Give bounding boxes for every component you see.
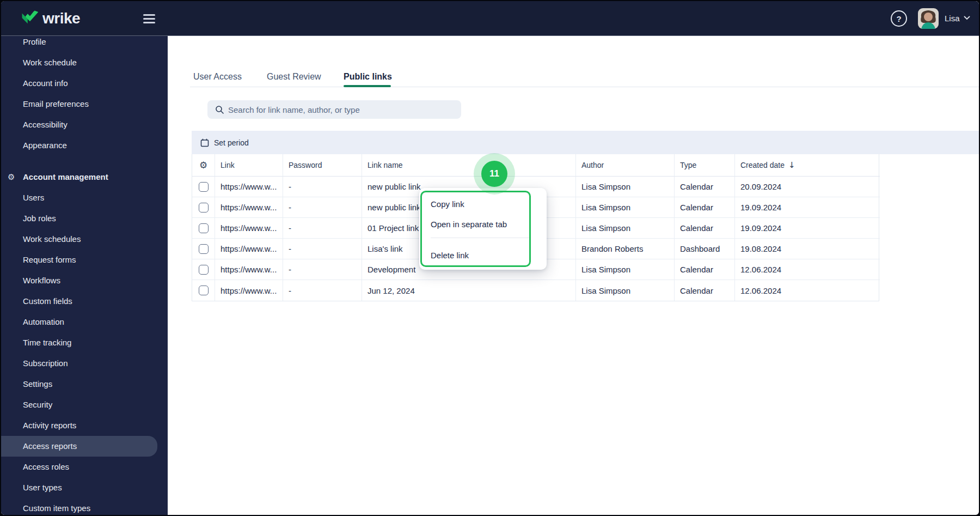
cell-author: Brandon Roberts <box>576 239 675 259</box>
menu-item-delete-link[interactable]: Delete link <box>431 248 469 263</box>
table-row: https://www.w... - Jun 12, 2024 Lisa Sim… <box>192 280 879 301</box>
cell-created-date: 19.09.2024 <box>735 197 880 218</box>
cell-password: - <box>283 259 362 280</box>
set-period-button[interactable]: Set period <box>200 131 249 154</box>
context-menu: Copy link Open in separate tab Delete li… <box>419 188 547 270</box>
tabs-divider <box>190 87 979 87</box>
sidebar-item-request-forms[interactable]: Request forms <box>1 250 168 270</box>
cell-password: - <box>283 239 362 259</box>
step-badge-halo: 11 <box>474 153 515 195</box>
wrike-logo-icon <box>21 10 39 26</box>
sidebar-item-access-reports[interactable]: Access reports <box>1 436 157 457</box>
cell-link[interactable]: https://www.w... <box>215 197 283 218</box>
search-input[interactable] <box>227 100 456 119</box>
cell-password: - <box>283 197 362 218</box>
cell-type: Calendar <box>675 280 735 301</box>
sidebar-item-label: Account management <box>23 172 108 181</box>
cell-link[interactable]: https://www.w... <box>215 259 283 280</box>
column-header-password[interactable]: Password <box>283 154 362 177</box>
sidebar-item-account-info[interactable]: Account info <box>1 73 168 94</box>
column-header-type[interactable]: Type <box>675 154 735 177</box>
menu-item-open-in-separate-tab[interactable]: Open in separate tab <box>431 217 507 232</box>
sidebar-item-security[interactable]: Security <box>1 394 168 415</box>
user-name[interactable]: Lisa <box>945 13 960 24</box>
sidebar-item-users[interactable]: Users <box>1 187 168 208</box>
sidebar-menu: Profile Work schedule Account info Email… <box>1 32 168 516</box>
avatar-image <box>918 8 939 29</box>
cell-created-date: 20.09.2024 <box>735 177 880 197</box>
cell-type: Dashboard <box>675 239 735 259</box>
active-tab-underline <box>344 85 391 87</box>
column-settings[interactable]: ⚙ <box>192 154 215 177</box>
menu-item-copy-link[interactable]: Copy link <box>431 197 464 211</box>
sort-descending-icon[interactable]: ↓ <box>788 160 795 170</box>
cell-link[interactable]: https://www.w... <box>215 280 283 301</box>
cell-link[interactable]: https://www.w... <box>215 177 283 197</box>
cell-author: Lisa Simpson <box>576 218 675 239</box>
cell-author: Lisa Simpson <box>576 177 675 197</box>
sidebar-item-automation[interactable]: Automation <box>1 312 168 332</box>
column-header-created-label: Created date <box>740 161 785 169</box>
chevron-down-icon[interactable] <box>964 16 970 20</box>
sidebar-item-access-roles[interactable]: Access roles <box>1 457 168 477</box>
cell-link-name[interactable]: Jun 12, 2024 <box>362 280 576 301</box>
cell-author: Lisa Simpson <box>576 259 675 280</box>
sidebar-item-user-types[interactable]: User types <box>1 477 168 498</box>
cell-type: Calendar <box>675 218 735 239</box>
sidebar-item-activity-reports[interactable]: Activity reports <box>1 415 168 436</box>
sidebar-item-settings[interactable]: Settings <box>1 374 168 394</box>
sidebar-item-subscription[interactable]: Subscription <box>1 353 168 374</box>
sidebar-item-email-preferences[interactable]: Email preferences <box>1 94 168 114</box>
cell-created-date: 12.06.2024 <box>735 280 880 301</box>
help-icon[interactable]: ? <box>891 10 907 27</box>
tab-user-access[interactable]: User Access <box>193 66 242 87</box>
cell-type: Calendar <box>675 177 735 197</box>
sidebar-item-work-schedules[interactable]: Work schedules <box>1 229 168 250</box>
app-window: Profile Work schedule Account info Email… <box>0 0 980 516</box>
sidebar-item-workflows[interactable]: Workflows <box>1 270 168 291</box>
row-checkbox[interactable] <box>199 203 209 213</box>
tab-public-links[interactable]: Public links <box>344 66 392 87</box>
set-period-label: Set period <box>214 138 249 147</box>
tab-guest-review[interactable]: Guest Review <box>267 66 321 87</box>
sidebar-item-appearance[interactable]: Appearance <box>1 135 168 156</box>
sidebar-item-custom-fields[interactable]: Custom fields <box>1 291 168 312</box>
cell-author: Lisa Simpson <box>576 280 675 301</box>
avatar[interactable] <box>918 8 939 29</box>
cell-password: - <box>283 280 362 301</box>
sidebar-item-custom-item-types[interactable]: Custom item types <box>1 498 168 516</box>
hamburger-menu-icon[interactable] <box>143 13 155 24</box>
table-header-row: ⚙ Link Password Link name Author Type Cr… <box>192 154 879 177</box>
sidebar-item-account-management[interactable]: ⚙Account management <box>1 167 168 187</box>
menu-separator <box>431 238 530 238</box>
calendar-icon <box>200 138 209 147</box>
sidebar: Profile Work schedule Account info Email… <box>1 1 168 516</box>
row-checkbox[interactable] <box>199 182 209 192</box>
wrike-logo-text[interactable]: wrike <box>42 9 80 28</box>
column-header-author[interactable]: Author <box>576 154 675 177</box>
row-checkbox[interactable] <box>199 223 209 233</box>
sidebar-item-accessibility[interactable]: Accessibility <box>1 114 168 135</box>
cell-created-date: 19.08.2024 <box>735 239 880 259</box>
cell-type: Calendar <box>675 197 735 218</box>
cell-created-date: 12.06.2024 <box>735 259 880 280</box>
column-header-link[interactable]: Link <box>215 154 283 177</box>
gear-icon: ⚙ <box>199 160 207 171</box>
cell-link[interactable]: https://www.w... <box>215 218 283 239</box>
table-toolbar: Set period <box>192 131 979 154</box>
gear-icon: ⚙ <box>8 167 20 187</box>
cell-author: Lisa Simpson <box>576 197 675 218</box>
search-icon <box>215 105 224 114</box>
cell-password: - <box>283 218 362 239</box>
row-checkbox[interactable] <box>199 244 209 254</box>
column-header-link-name[interactable]: Link name <box>362 154 576 177</box>
search-box[interactable] <box>207 100 461 119</box>
cell-link[interactable]: https://www.w... <box>215 239 283 259</box>
sidebar-item-time-tracking[interactable]: Time tracking <box>1 332 168 353</box>
sidebar-item-job-roles[interactable]: Job roles <box>1 208 168 229</box>
step-badge: 11 <box>481 161 507 187</box>
sidebar-item-work-schedule[interactable]: Work schedule <box>1 52 168 73</box>
row-checkbox[interactable] <box>199 265 209 275</box>
row-checkbox[interactable] <box>199 286 209 295</box>
column-header-created-date[interactable]: Created date ↓ <box>735 154 880 177</box>
